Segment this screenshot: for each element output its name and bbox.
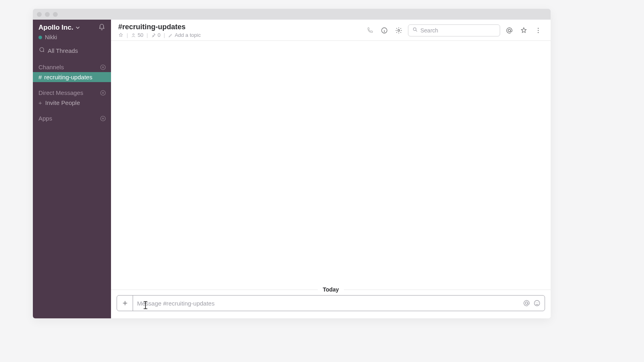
attach-button[interactable] [117, 296, 133, 311]
member-count-value: 50 [137, 32, 143, 38]
star-channel-button[interactable] [118, 32, 123, 38]
search-box[interactable] [408, 24, 500, 36]
dm-label: Direct Messages [38, 89, 83, 96]
invite-people-label: Invite People [45, 99, 80, 106]
apps-label: Apps [38, 115, 52, 122]
svg-point-12 [534, 300, 540, 306]
emoji-button[interactable] [533, 300, 541, 307]
svg-point-13 [536, 302, 537, 303]
add-dm-icon[interactable] [100, 90, 106, 96]
svg-point-7 [508, 29, 511, 32]
hash-icon: # [38, 74, 42, 80]
add-topic-label: Add a topic [175, 32, 201, 38]
mentions-icon[interactable] [504, 25, 515, 36]
composer-area [111, 295, 551, 318]
message-input[interactable] [133, 296, 523, 311]
svg-point-11 [525, 302, 528, 304]
window-minimize-dot[interactable] [45, 12, 50, 17]
threads-icon [38, 47, 44, 54]
pin-count[interactable]: 0 [151, 32, 160, 38]
window-titlebar [33, 9, 551, 20]
message-composer [117, 295, 545, 311]
more-vert-icon[interactable] [533, 25, 543, 36]
date-divider: Today [111, 286, 551, 293]
svg-point-6 [413, 28, 416, 30]
pin-count-value: 0 [157, 32, 160, 38]
svg-point-14 [538, 302, 539, 303]
channels-section-header[interactable]: Channels [33, 60, 111, 72]
channel-item-label: recruiting-updates [44, 74, 92, 80]
user-presence[interactable]: Nikki [33, 34, 111, 44]
svg-point-8 [538, 28, 539, 29]
info-icon[interactable] [379, 25, 390, 36]
gear-icon[interactable] [394, 25, 404, 36]
add-channel-icon[interactable] [100, 64, 106, 70]
search-icon [412, 27, 418, 34]
current-user-name: Nikki [45, 34, 57, 40]
phone-icon[interactable] [365, 25, 375, 36]
bell-icon[interactable] [98, 24, 105, 31]
svg-point-3 [133, 34, 134, 35]
svg-point-9 [538, 30, 539, 31]
main-panel: #recruiting-updates | 50 [111, 20, 551, 318]
add-app-icon[interactable] [100, 115, 106, 122]
invite-people-link[interactable]: + Invite People [33, 98, 111, 108]
channels-label: Channels [38, 64, 64, 70]
sidebar: Apollo Inc. Nikki [33, 20, 111, 318]
apps-section-header[interactable]: Apps [33, 111, 111, 123]
plus-icon: + [38, 99, 42, 106]
member-count[interactable]: 50 [131, 32, 143, 38]
svg-point-10 [538, 32, 539, 33]
channel-title: #recruiting-updates [118, 23, 361, 31]
workspace-switcher[interactable]: Apollo Inc. [33, 20, 111, 34]
all-threads-link[interactable]: All Threads [33, 44, 111, 56]
dm-section-header[interactable]: Direct Messages [33, 85, 111, 98]
date-divider-label: Today [318, 286, 343, 293]
svg-point-5 [398, 30, 400, 32]
message-list: Today [111, 41, 551, 295]
window-zoom-dot[interactable] [53, 12, 58, 17]
window-close-dot[interactable] [37, 12, 42, 17]
mention-button[interactable] [523, 300, 530, 307]
channel-item-recruiting-updates[interactable]: # recruiting-updates [33, 72, 111, 82]
channel-meta: | 50 | 0 [118, 32, 361, 38]
app-body: Apollo Inc. Nikki [33, 20, 551, 318]
star-icon[interactable] [519, 25, 529, 36]
workspace-name: Apollo Inc. [38, 24, 73, 32]
channel-header: #recruiting-updates | 50 [111, 20, 551, 41]
app-window: Apollo Inc. Nikki [33, 9, 551, 318]
all-threads-label: All Threads [48, 47, 78, 54]
search-input[interactable] [420, 27, 496, 34]
chevron-down-icon [76, 26, 80, 30]
presence-dot-icon [38, 36, 42, 39]
add-topic-button[interactable]: Add a topic [168, 32, 201, 38]
